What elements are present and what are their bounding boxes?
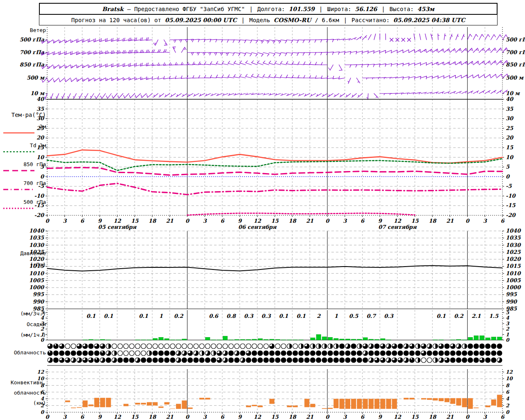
precip-tick-right: 5 <box>506 310 509 315</box>
wind-level-label-left: 10 м <box>30 90 45 96</box>
convective-cloud-bar <box>427 398 432 400</box>
wind-barb <box>380 64 386 66</box>
wind-barb <box>263 52 269 56</box>
wind-barb <box>322 52 328 55</box>
wind-barb-stroke <box>457 35 458 37</box>
wind-barb-stroke <box>65 79 66 82</box>
wind-barb-stroke <box>210 52 211 55</box>
cloud-cover-symbol <box>211 358 216 363</box>
wind-barb-stroke <box>77 65 82 68</box>
cloud-cover-symbol <box>293 351 298 356</box>
wind-barb-stroke <box>205 94 211 96</box>
precip-3h-label: 0.6 <box>209 313 219 319</box>
wind-barb <box>210 39 217 42</box>
wind-barb <box>94 51 100 54</box>
wind-barb-stroke <box>380 50 386 52</box>
wind-barb-stroke <box>269 61 271 63</box>
wind-barb <box>444 75 450 78</box>
wind-barb-stroke <box>281 61 282 64</box>
wind-barb-stroke <box>130 38 131 41</box>
wind-barb-stroke <box>136 94 141 98</box>
temp-tick-left: 0 <box>40 173 45 180</box>
wind-barb-stroke <box>459 49 460 50</box>
wind-barb-stroke <box>345 39 351 40</box>
wind-barb-stroke <box>281 77 287 78</box>
wind-barb-stroke <box>82 52 82 55</box>
wind-barb-stroke <box>136 38 137 41</box>
wind-barb <box>374 34 376 40</box>
wind-barb-stroke <box>111 40 117 41</box>
wind-barb-stroke <box>350 51 351 54</box>
wind-barb-stroke <box>456 75 461 78</box>
wind-barb-stroke <box>368 94 368 100</box>
wind-barb-stroke <box>265 93 265 94</box>
hour-label: 9 <box>238 218 242 224</box>
wind-barb <box>181 47 186 52</box>
wind-barb-stroke <box>374 34 376 40</box>
wind-barb-stroke <box>245 74 247 76</box>
wind-barb-stroke <box>340 94 345 97</box>
wind-barb <box>152 63 158 66</box>
wind-barb-stroke <box>77 65 77 68</box>
temp-series-500-гПа <box>187 213 415 215</box>
wind-barb-stroke <box>228 61 230 63</box>
precip-bar <box>281 340 286 340</box>
wind-barb-stroke <box>194 94 199 96</box>
wind-barb <box>479 34 484 40</box>
cloud-cover-symbol <box>240 351 245 356</box>
wind-barb-stroke <box>53 66 54 68</box>
wind-barb <box>123 78 129 80</box>
wind-barb-stroke <box>245 94 251 95</box>
wind-barb-stroke <box>103 52 103 53</box>
cloud-cover-symbol <box>357 351 362 356</box>
precip-bar <box>468 337 472 340</box>
wind-barb-stroke <box>88 65 94 68</box>
precip-bar <box>164 339 169 340</box>
precip-bar <box>240 340 245 340</box>
wind-barb-stroke <box>460 48 461 51</box>
wind-barb <box>165 94 170 97</box>
wind-barb-stroke <box>155 43 156 44</box>
meteogram-page: Bratsk — Предоставлено ФГБУ "ЗапСиб УГМС… <box>0 0 525 420</box>
wind-barb <box>485 74 491 78</box>
wind-barb-stroke <box>199 75 200 78</box>
wind-barb-stroke <box>76 52 77 55</box>
precip-bar <box>352 339 356 340</box>
wind-barb-stroke <box>222 64 228 65</box>
wind-barb-stroke <box>436 50 437 51</box>
conv-panel-title-2: облачность <box>2 390 46 396</box>
convective-cloud-bar <box>82 400 87 407</box>
wind-barb <box>461 91 467 94</box>
hour-label: 0 <box>45 218 50 224</box>
cloud-cover-symbol <box>228 344 233 349</box>
wind-barb-stroke <box>48 78 53 82</box>
wind-barb <box>187 39 194 42</box>
cloud-cover-symbol <box>351 351 356 356</box>
wind-barb-stroke <box>216 64 222 65</box>
wind-barb-stroke <box>275 40 281 41</box>
wind-barb <box>281 94 286 96</box>
legend-line-td2m <box>3 150 34 153</box>
wind-barb-stroke <box>112 96 113 98</box>
cloud-cover-fill <box>330 344 333 349</box>
wind-barb-stroke <box>297 53 299 55</box>
precip-bar <box>316 335 321 340</box>
wind-barb-stroke <box>112 64 112 67</box>
precip-bar <box>287 340 292 340</box>
cloud-cover-symbol <box>199 344 204 349</box>
wind-barb <box>427 62 432 65</box>
wind-barb <box>485 48 490 52</box>
wind-barb <box>91 94 94 99</box>
convective-cloud-bar <box>363 399 368 409</box>
wind-barb-stroke <box>442 50 443 51</box>
wind-barb-stroke <box>304 94 310 96</box>
wind-barb-stroke <box>107 38 107 41</box>
wind-barb <box>228 40 234 43</box>
cloud-cover-symbol <box>53 358 58 363</box>
hour-label: 12 <box>114 218 121 224</box>
wind-barb-stroke <box>477 48 478 51</box>
wind-barb-stroke <box>466 62 466 64</box>
precip-bar <box>159 337 163 340</box>
wind-barb-stroke <box>257 52 263 54</box>
wind-barb-stroke <box>175 62 176 65</box>
